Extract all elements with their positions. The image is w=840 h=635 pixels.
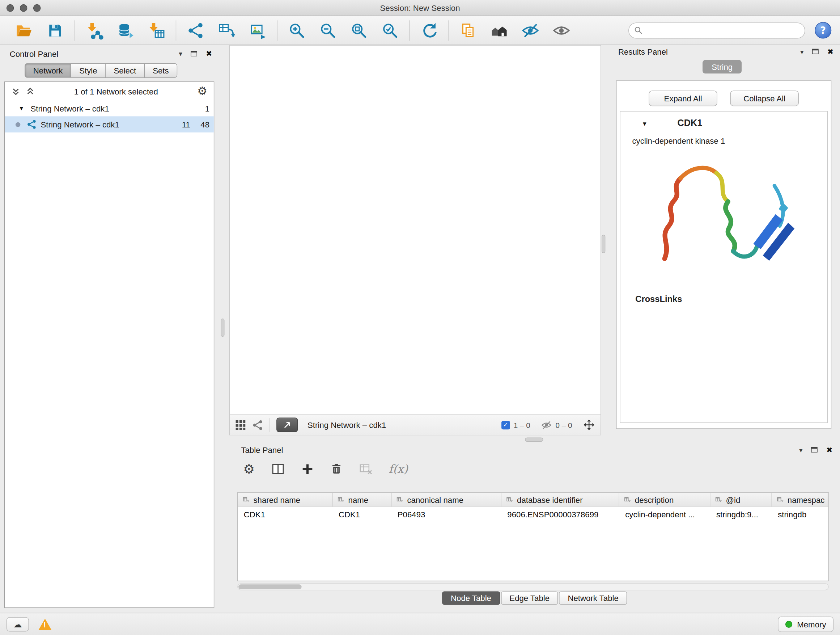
new-network-button[interactable] — [183, 19, 208, 42]
column-header-namespac[interactable]: namespac — [772, 493, 828, 507]
tree-root-count: 1 — [190, 104, 210, 113]
import-network-icon — [85, 21, 103, 39]
panel-float-button[interactable] — [191, 51, 197, 57]
scrollbar-thumb[interactable] — [238, 584, 302, 589]
sort-column-icon — [624, 496, 631, 503]
expand-all-icon[interactable] — [26, 87, 35, 96]
node-count: 11 — [171, 120, 190, 129]
network-options-gear-button[interactable]: ⚙ — [197, 86, 207, 97]
window-zoom-button[interactable] — [33, 4, 41, 12]
column-header-name[interactable]: name — [333, 493, 392, 507]
control-panel-title: Control Panel — [10, 49, 58, 58]
panel-close-button[interactable]: ✖ — [827, 48, 834, 55]
results-panel: Results Panel ▾ ✖ String Expand All Coll… — [604, 45, 840, 443]
tab-select[interactable]: Select — [105, 63, 145, 78]
sort-column-icon — [506, 496, 513, 503]
toolbar-divider — [277, 20, 278, 41]
import-network-database-button[interactable] — [113, 19, 137, 42]
export-image-icon — [249, 22, 266, 39]
copy-button[interactable] — [456, 19, 480, 42]
cloud-button[interactable]: ☁ — [6, 617, 29, 631]
save-session-button[interactable] — [43, 19, 67, 42]
memory-button[interactable]: Memory — [778, 616, 834, 632]
window-controls — [6, 4, 41, 12]
titlebar: Session: New Session — [0, 0, 840, 16]
expand-all-button[interactable]: Expand All — [649, 90, 717, 106]
zoom-fit-button[interactable] — [347, 19, 371, 42]
delete-column-icon[interactable] — [330, 463, 343, 476]
home-button[interactable] — [487, 19, 512, 42]
tree-root-row[interactable]: ▾ String Network – cdk1 1 — [5, 100, 214, 116]
panel-menu-button[interactable]: ▾ — [179, 50, 182, 57]
left-splitter-handle[interactable] — [221, 318, 224, 337]
collapse-section-icon[interactable]: ▾ — [643, 119, 646, 127]
column-header-database-identifier[interactable]: database identifier — [501, 493, 619, 507]
horizontal-splitter-handle[interactable] — [525, 437, 543, 442]
tab-network[interactable]: Network — [25, 63, 71, 78]
tab-edge-table[interactable]: Edge Table — [501, 591, 558, 605]
zoom-out-button[interactable] — [316, 19, 340, 42]
column-header-shared-name[interactable]: shared name — [238, 493, 333, 507]
table-row[interactable]: CDK1CDK1P064939606.ENSP00000378699cyclin… — [238, 507, 829, 522]
help-icon: ? — [821, 25, 826, 36]
table-cell: stringdb:9... — [711, 510, 772, 519]
panel-close-button[interactable]: ✖ — [206, 50, 212, 57]
table-options-gear-button[interactable]: ⚙ — [243, 463, 255, 476]
column-header-description[interactable]: description — [619, 493, 711, 507]
status-divider — [270, 418, 270, 432]
panel-float-button[interactable] — [812, 49, 819, 54]
tab-sets[interactable]: Sets — [144, 63, 177, 78]
export-image-button[interactable] — [245, 19, 270, 42]
open-file-button[interactable] — [12, 19, 36, 42]
memory-label: Memory — [797, 619, 826, 629]
panel-menu-button[interactable]: ▾ — [799, 447, 803, 453]
collapse-all-icon[interactable] — [11, 87, 20, 96]
network-title-label: String Network – cdk1 — [308, 420, 386, 429]
panel-close-button[interactable]: ✖ — [826, 446, 832, 454]
eye-slash-icon — [521, 21, 539, 39]
help-button[interactable]: ? — [815, 22, 831, 39]
function-builder-button[interactable]: f(x) — [388, 463, 408, 476]
zoom-out-icon — [319, 22, 336, 39]
grid-view-icon[interactable] — [235, 420, 246, 431]
toolbar-divider — [448, 20, 448, 41]
import-network-file-button[interactable] — [82, 19, 107, 42]
table-cell: CDK1 — [238, 510, 333, 519]
show-graphics-button[interactable] — [549, 19, 574, 42]
hide-annotations-button[interactable] — [518, 19, 543, 42]
zoom-selected-button[interactable] — [378, 19, 402, 42]
warning-button[interactable] — [39, 618, 52, 630]
refresh-icon — [420, 22, 437, 39]
import-table-button[interactable] — [144, 19, 169, 42]
pan-tool-icon[interactable] — [583, 419, 595, 431]
tree-network-row[interactable]: String Network – cdk1 11 48 — [5, 116, 214, 132]
window-minimize-button[interactable] — [20, 4, 27, 12]
table-body: CDK1CDK1P064939606.ENSP00000378699cyclin… — [238, 507, 829, 522]
collapse-all-button[interactable]: Collapse All — [730, 90, 799, 106]
table-panel-header: Table Panel ▾ ✖ — [229, 443, 840, 457]
horizontal-scrollbar[interactable] — [237, 583, 829, 590]
disclosure-triangle-icon[interactable]: ▾ — [20, 105, 23, 112]
refresh-button[interactable] — [417, 19, 441, 42]
column-header-canonical-name[interactable]: canonical name — [392, 493, 502, 507]
tab-network-table[interactable]: Network Table — [559, 591, 627, 605]
network-from-table-button[interactable] — [214, 19, 239, 42]
open-external-button[interactable] — [276, 418, 298, 432]
zoom-in-button[interactable] — [284, 19, 309, 42]
crosslinks-title: CrossLinks — [635, 295, 827, 304]
search-box[interactable] — [628, 22, 805, 38]
panel-menu-button[interactable]: ▾ — [800, 48, 804, 55]
window-close-button[interactable] — [6, 4, 14, 12]
panel-float-button[interactable] — [811, 447, 818, 453]
column-header--id[interactable]: @id — [711, 493, 772, 507]
show-columns-icon[interactable] — [271, 462, 285, 477]
tab-node-table[interactable]: Node Table — [442, 591, 500, 605]
tab-style[interactable]: Style — [71, 63, 106, 78]
tab-string[interactable]: String — [703, 60, 742, 73]
network-canvas[interactable] — [230, 46, 600, 415]
birdseye-view-icon[interactable] — [252, 420, 263, 431]
external-arrow-icon — [283, 421, 292, 429]
delete-table-icon[interactable] — [358, 462, 373, 477]
add-column-icon[interactable] — [301, 463, 314, 476]
search-input[interactable] — [646, 26, 799, 35]
